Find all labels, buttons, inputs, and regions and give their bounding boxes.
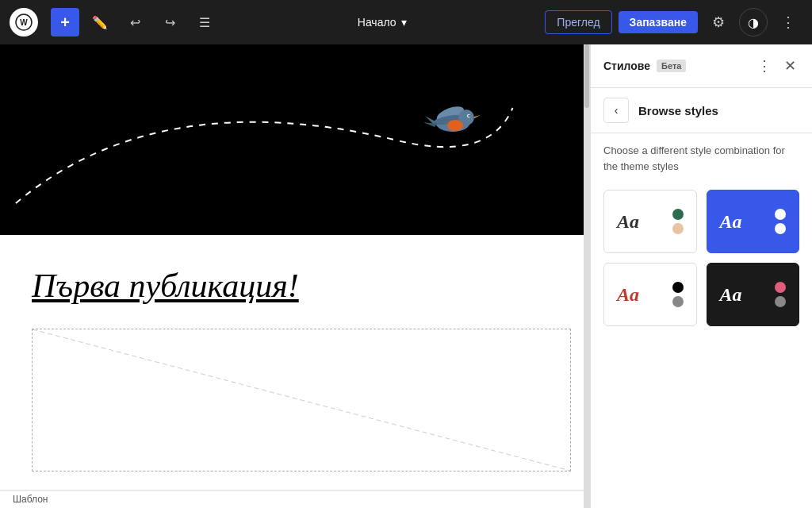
scroll-thumb[interactable] (584, 44, 589, 108)
bird-illustration (417, 92, 488, 148)
content-section: Първа публикация! (0, 235, 584, 490)
panel-options-button[interactable]: ⋮ (754, 54, 775, 78)
swatch-dots-light (672, 209, 684, 234)
svg-line-12 (33, 329, 570, 471)
scroll-divider (584, 44, 590, 508)
svg-marker-9 (474, 115, 481, 118)
add-block-button[interactable]: + (51, 8, 79, 37)
dot-green (672, 209, 684, 220)
back-button[interactable]: ‹ (603, 98, 629, 123)
post-title: Първа публикация! (32, 267, 552, 305)
swatch-dots-red (672, 282, 684, 307)
style-swatch-blue[interactable]: Aa (707, 190, 800, 253)
main-area: Първа публикация! Шаблон Стилове Бета ⋮ … (0, 44, 812, 508)
edit-tool-button[interactable]: ✏️ (86, 8, 114, 37)
style-swatch-dark[interactable]: Aa (707, 263, 800, 326)
appearance-icon[interactable]: ◑ (739, 8, 768, 37)
dot-peach (672, 223, 684, 234)
beta-badge: Бета (657, 60, 686, 72)
wp-logo[interactable]: W (10, 8, 38, 37)
editor-area: Първа публикация! Шаблон (0, 44, 584, 508)
undo-button[interactable]: ↩ (121, 8, 149, 37)
status-text: Шаблон (13, 494, 48, 505)
dot-white-2 (775, 223, 786, 234)
right-panel: Стилове Бета ⋮ ✕ ‹ Browse styles Choose … (590, 44, 812, 508)
swatch-dots-blue (775, 209, 786, 234)
preview-button[interactable]: Преглед (545, 10, 611, 34)
swatch-text-light: Aa (617, 211, 639, 233)
toolbar-center: Начало ▾ (225, 11, 538, 33)
styles-grid: Aa Aa Aa (591, 183, 812, 339)
svg-text:W: W (20, 18, 28, 27)
more-options-icon[interactable]: ⋮ (774, 8, 802, 37)
browse-styles-header: ‹ Browse styles (591, 88, 812, 133)
save-button[interactable]: Запазване (619, 11, 698, 33)
redo-button[interactable]: ↪ (155, 8, 184, 37)
hero-section (0, 44, 584, 235)
dashed-curve-decoration (0, 44, 584, 235)
status-bar: Шаблон (0, 490, 584, 508)
panel-close-button[interactable]: ✕ (781, 54, 799, 78)
dot-gray-2 (775, 296, 786, 307)
canvas-wrapper[interactable]: Първа публикация! (0, 44, 584, 490)
svg-point-8 (469, 115, 470, 117)
dot-white-1 (775, 209, 786, 220)
swatch-text-red: Aa (617, 284, 639, 306)
page-title-button[interactable]: Начало ▾ (348, 11, 416, 33)
style-swatch-white-red[interactable]: Aa (603, 263, 697, 326)
toolbar: W + ✏️ ↩ ↪ ☰ Начало ▾ Преглед Запазване … (0, 0, 812, 44)
page-title-label: Начало (358, 16, 396, 29)
swatch-dots-dark (775, 282, 786, 307)
settings-icon[interactable]: ⚙ (704, 8, 733, 37)
browse-description: Choose a different style combination for… (591, 133, 812, 183)
panel-header: Стилове Бета ⋮ ✕ (591, 44, 812, 88)
svg-point-6 (447, 120, 463, 131)
dot-pink (775, 282, 786, 293)
style-swatch-light[interactable]: Aa (603, 190, 697, 253)
template-diagonal (33, 329, 570, 471)
chevron-down-icon: ▾ (401, 16, 407, 29)
browse-styles-title: Browse styles (638, 104, 718, 117)
dot-black (672, 282, 684, 293)
swatch-text-blue: Aa (720, 211, 742, 233)
panel-title: Стилове (603, 60, 650, 72)
list-view-button[interactable]: ☰ (190, 8, 219, 37)
swatch-text-dark: Aa (720, 284, 742, 306)
dot-gray (672, 296, 684, 307)
toolbar-right: Преглед Запазване ⚙ ◑ ⋮ (545, 8, 802, 37)
template-placeholder (32, 329, 571, 471)
